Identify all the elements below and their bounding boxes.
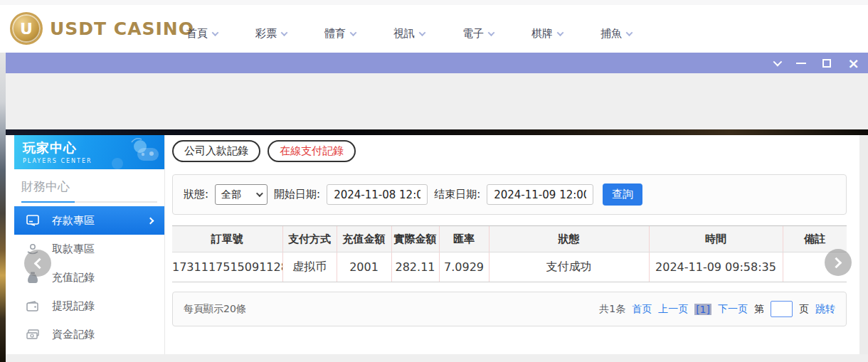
funds-banknote-icon <box>26 327 40 341</box>
jump-button[interactable]: 跳转 <box>815 303 835 316</box>
table-row: 1731117515091128 虚拟币 2001 282.11 7.0929 … <box>172 252 847 282</box>
sidebar-item-funds-record[interactable]: 資金記錄 <box>14 320 164 348</box>
table-header-row: 訂單號 支付方式 充值金額 實際金額 匯率 狀態 時間 備註 <box>172 226 847 252</box>
cell-pay-method: 虚拟币 <box>282 252 337 282</box>
chevron-down-icon <box>281 29 288 36</box>
sidebar-menu: 存款專區 取款專區 充值記錄 <box>14 206 164 348</box>
window-chevron-icon[interactable] <box>773 58 783 67</box>
col-header-time: 時間 <box>649 226 783 252</box>
chevron-down-icon <box>350 29 357 36</box>
cell-status: 支付成功 <box>489 252 649 282</box>
menu-item-label: 捕魚 <box>600 27 622 41</box>
sidebar-section-underline <box>21 201 157 203</box>
next-arrow-button[interactable] <box>825 249 852 276</box>
status-label: 狀態: <box>184 188 208 201</box>
sidebar-item-label: 存款專區 <box>52 214 95 228</box>
menu-item-chess[interactable]: 棋牌 <box>531 27 563 41</box>
window-controls: × <box>773 53 859 73</box>
current-page-badge[interactable]: [1] <box>694 304 711 315</box>
window-titlebar: × <box>6 53 868 73</box>
sidebar-item-label: 取款專區 <box>52 243 95 256</box>
prev-arrow-icon <box>34 257 46 269</box>
chevron-down-icon <box>626 29 633 36</box>
chevron-right-icon <box>147 217 154 224</box>
page-size-text: 每頁顯示20條 <box>184 303 246 316</box>
top-navigation: U USDT CASINO 首頁 彩票 體育 視訊 電子 <box>0 0 868 53</box>
gamepad-icon <box>100 137 162 169</box>
start-date-label: 開始日期: <box>274 188 320 201</box>
sidebar: 玩家中心 PLAYERS CENTER 財務中心 <box>14 135 165 354</box>
records-table: 訂單號 支付方式 充值金額 實際金額 匯率 狀態 時間 備註 <box>172 225 847 282</box>
logo-letter: U <box>20 20 33 38</box>
cell-time: 2024-11-09 09:58:35 <box>649 252 783 282</box>
select-chevron-icon <box>256 190 263 197</box>
sidebar-item-label: 充值記錄 <box>52 271 95 284</box>
query-button[interactable]: 查詢 <box>603 183 642 206</box>
page: U USDT CASINO 首頁 彩票 體育 視訊 電子 <box>0 0 868 362</box>
page-background-edge <box>0 53 6 362</box>
next-page-link[interactable]: 下一页 <box>718 303 748 316</box>
logo-text: USDT CASINO <box>50 18 194 39</box>
menu-item-label: 首頁 <box>186 27 208 41</box>
menu-item-live[interactable]: 視訊 <box>393 27 425 41</box>
main-menu: 首頁 彩票 體育 視訊 電子 棋牌 <box>186 10 632 58</box>
close-icon[interactable]: × <box>847 57 859 70</box>
record-tabs: 公司入款記錄 在線支付記錄 <box>172 140 356 162</box>
sidebar-item-deposit-zone[interactable]: 存款專區 <box>14 206 164 235</box>
chevron-down-icon <box>557 29 564 36</box>
cell-recharge-amount: 2001 <box>337 252 391 282</box>
minimize-icon[interactable] <box>796 63 806 64</box>
col-header-status: 狀態 <box>489 226 649 252</box>
prev-page-link[interactable]: 上一页 <box>658 303 688 316</box>
start-date-input[interactable] <box>327 184 428 205</box>
menu-item-slots[interactable]: 電子 <box>462 27 494 41</box>
sidebar-item-withdrawal-record[interactable]: 提現記錄 <box>14 292 164 320</box>
window-blank-area <box>6 73 868 129</box>
sidebar-header: 玩家中心 PLAYERS CENTER <box>14 135 164 169</box>
menu-item-home[interactable]: 首頁 <box>186 27 218 41</box>
withdrawal-wallet-icon <box>26 299 40 313</box>
col-header-rate: 匯率 <box>439 226 489 252</box>
tab-online-payment-record[interactable]: 在線支付記錄 <box>268 140 356 162</box>
chevron-down-icon <box>419 29 426 36</box>
col-header-order-id: 訂單號 <box>172 226 282 252</box>
menu-item-lottery[interactable]: 彩票 <box>255 27 287 41</box>
player-center-window: × 玩家中心 PLAYERS CENTER <box>6 53 868 362</box>
jump-prefix-label: 第 <box>754 303 764 316</box>
status-select-value: 全部 <box>221 188 241 201</box>
deposit-card-icon <box>26 213 40 228</box>
menu-item-sports[interactable]: 體育 <box>324 27 356 41</box>
records-table-wrap: 訂單號 支付方式 充值金額 實際金額 匯率 狀態 時間 備註 <box>172 225 847 282</box>
first-page-link[interactable]: 首页 <box>632 303 652 316</box>
window-content: 玩家中心 PLAYERS CENTER 財務中心 <box>6 135 868 354</box>
maximize-icon[interactable] <box>822 59 831 68</box>
jump-suffix-label: 页 <box>799 303 809 316</box>
end-date-input[interactable] <box>487 184 593 205</box>
prev-arrow-button[interactable] <box>24 250 51 277</box>
col-header-remark: 備註 <box>783 226 847 252</box>
main-panel: 公司入款記錄 在線支付記錄 狀態: 全部 開始日期: 结束日期: 查詢 <box>172 135 847 354</box>
end-date-label: 结束日期: <box>434 188 480 201</box>
sidebar-section-title: 財務中心 <box>21 179 157 195</box>
jump-page-input[interactable] <box>771 301 793 317</box>
status-select[interactable]: 全部 <box>215 184 268 205</box>
pagination-bar: 每頁顯示20條 共1条 首页 上一页 [1] 下一页 第 页 跳转 <box>172 292 847 326</box>
total-count-text: 共1条 <box>599 303 625 316</box>
site-logo[interactable]: U USDT CASINO <box>10 12 194 45</box>
banner-strip <box>6 129 868 135</box>
chevron-down-icon <box>488 29 495 36</box>
cell-rate: 7.0929 <box>439 252 489 282</box>
right-gutter <box>859 135 868 354</box>
chevron-down-icon <box>212 29 219 36</box>
menu-item-label: 彩票 <box>255 27 277 41</box>
menu-item-label: 電子 <box>462 27 484 41</box>
col-header-recharge-amount: 充值金額 <box>337 226 391 252</box>
menu-item-label: 體育 <box>324 27 346 41</box>
sidebar-item-label: 提現記錄 <box>52 299 95 313</box>
tab-company-deposit-record[interactable]: 公司入款記錄 <box>172 140 260 162</box>
menu-item-label: 視訊 <box>393 27 415 41</box>
sidebar-item-label: 資金記錄 <box>52 328 95 341</box>
next-arrow-icon <box>831 257 842 268</box>
menu-item-fishing[interactable]: 捕魚 <box>600 27 632 41</box>
window-bottom-strip <box>6 354 868 362</box>
